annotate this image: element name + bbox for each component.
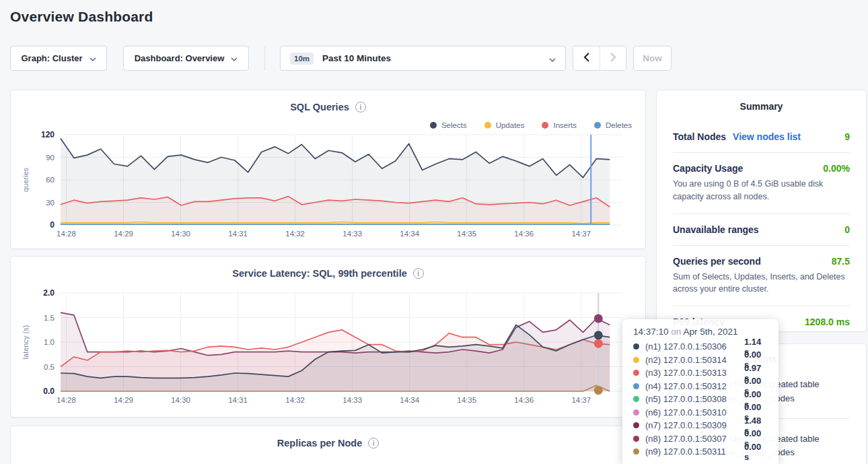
summary-title: Summary <box>657 101 866 112</box>
node-address: (n1) 127.0.0.1:50306 <box>645 341 744 352</box>
summary-row-queries-per-second: Queries per second 87.5 <box>673 256 850 267</box>
svg-text:14:35: 14:35 <box>457 230 476 238</box>
divider <box>673 213 850 214</box>
service-latency-chart[interactable]: 0.00.51.01.52.014:2814:2914:3014:3114:32… <box>17 286 640 409</box>
node-address: (n9) 127.0.0.1:50311 <box>645 446 744 457</box>
tooltip-on: on <box>671 327 681 337</box>
svg-text:14:32: 14:32 <box>285 230 305 238</box>
chevron-right-icon <box>610 53 616 64</box>
chart-hover-tooltip: 14:37:10 on Apr 5th, 2021 (n1) 127.0.0.1… <box>622 319 779 464</box>
node-address: (n2) 127.0.0.1:50314 <box>645 355 744 365</box>
svg-text:14:34: 14:34 <box>400 396 419 404</box>
view-nodes-list-link[interactable]: View nodes list <box>733 131 801 142</box>
service-latency-card: Service Latency: SQL, 99th percentile i … <box>10 256 646 418</box>
prev-range-button[interactable] <box>573 46 600 70</box>
svg-text:14:29: 14:29 <box>114 230 133 238</box>
svg-text:14:37: 14:37 <box>571 230 591 238</box>
summary-label: Queries per second <box>673 256 761 267</box>
series-dot <box>633 436 639 442</box>
series-dot <box>633 343 639 350</box>
dashboard-dropdown[interactable]: Dashboard: Overview <box>123 46 249 71</box>
divider <box>673 245 850 246</box>
summary-value: 0 <box>844 224 850 235</box>
graph-dropdown[interactable]: Graph: Cluster <box>10 46 107 71</box>
svg-text:1.0: 1.0 <box>44 338 55 346</box>
svg-text:14:31: 14:31 <box>228 396 248 404</box>
summary-value: 1208.0 ms <box>805 317 850 327</box>
svg-text:60: 60 <box>46 176 55 184</box>
svg-text:14:36: 14:36 <box>514 230 534 238</box>
svg-text:14:30: 14:30 <box>171 230 190 238</box>
node-latency-value: 0.00 s <box>744 442 768 462</box>
summary-value: 87.5 <box>832 256 850 267</box>
svg-text:14:33: 14:33 <box>342 396 362 404</box>
node-address: (n3) 127.0.0.1:50313 <box>645 368 744 378</box>
node-address: (n5) 127.0.0.1:50308 <box>645 394 744 404</box>
chevron-left-icon <box>583 53 589 64</box>
graph-dropdown-label: Graph: Cluster <box>21 53 82 63</box>
info-icon[interactable]: i <box>355 102 366 112</box>
tooltip-date: Apr 5th, 2021 <box>683 327 737 337</box>
svg-text:14:29: 14:29 <box>114 396 133 404</box>
svg-text:14:34: 14:34 <box>400 230 419 238</box>
svg-text:14:31: 14:31 <box>228 230 248 238</box>
summary-row-total-nodes: Total Nodes View nodes list 9 <box>673 131 850 142</box>
summary-row-unavailable-ranges: Unavailable ranges 0 <box>673 224 850 235</box>
svg-text:14:30: 14:30 <box>171 396 190 404</box>
summary-value: 9 <box>844 131 850 142</box>
sql-queries-title: SQL Queries i <box>11 102 645 112</box>
replicas-per-node-title: Replicas per Node i <box>11 438 645 449</box>
now-button[interactable]: Now <box>633 46 672 71</box>
chevron-down-icon <box>231 53 238 63</box>
node-address: (n8) 127.0.0.1:50307 <box>645 434 744 444</box>
node-address: (n4) 127.0.0.1:50312 <box>645 381 744 391</box>
info-icon[interactable]: i <box>413 268 424 279</box>
svg-text:0.5: 0.5 <box>44 363 55 371</box>
svg-text:14:28: 14:28 <box>57 230 76 238</box>
series-dot <box>633 409 639 416</box>
time-range-dropdown[interactable]: 10m Past 10 Minutes <box>280 46 566 71</box>
sql-queries-chart[interactable]: 030609012014:2814:2914:3014:3114:3214:33… <box>17 128 640 242</box>
tooltip-time: 14:37:10 <box>633 327 669 337</box>
time-range-badge: 10m <box>290 53 314 65</box>
page-title: Overview Dashboard <box>10 9 153 25</box>
series-dot <box>633 370 639 376</box>
svg-text:14:33: 14:33 <box>342 230 362 238</box>
next-range-button[interactable] <box>600 46 626 70</box>
chart-title-text: Replicas per Node <box>277 438 363 449</box>
info-icon[interactable]: i <box>368 438 379 449</box>
svg-text:120: 120 <box>41 130 55 139</box>
toolbar-divider <box>264 46 265 71</box>
chevron-down-icon <box>89 53 96 63</box>
series-dot <box>633 383 639 389</box>
summary-description: You are using 0 B of 4.5 GiB usable disk… <box>673 178 850 203</box>
divider <box>673 306 850 306</box>
svg-text:queries: queries <box>22 167 30 192</box>
time-nav-group <box>573 46 626 71</box>
summary-description: Sum of Selects, Updates, Inserts, and De… <box>673 271 850 296</box>
tooltip-timestamp: 14:37:10 on Apr 5th, 2021 <box>633 327 768 337</box>
series-dot <box>633 422 639 428</box>
svg-text:90: 90 <box>46 154 55 162</box>
svg-text:14:36: 14:36 <box>514 396 534 404</box>
svg-text:0: 0 <box>50 220 55 230</box>
sql-queries-card: SQL Queries i Selects Updates Inserts De… <box>10 90 646 249</box>
service-latency-title: Service Latency: SQL, 99th percentile i <box>11 268 645 279</box>
summary-label: Total Nodes <box>673 131 726 142</box>
summary-card: Summary Total Nodes View nodes list 9 Ca… <box>656 90 867 332</box>
summary-label: Capacity Usage <box>673 163 743 174</box>
svg-text:14:37: 14:37 <box>571 396 591 404</box>
tooltip-row: (n9) 127.0.0.1:503110.00 s <box>633 445 768 459</box>
series-dot <box>633 449 639 455</box>
svg-text:0.0: 0.0 <box>43 387 55 396</box>
summary-value: 0.00% <box>823 163 850 174</box>
time-range-label: Past 10 Minutes <box>322 53 391 63</box>
svg-text:latency (s): latency (s) <box>22 325 30 360</box>
series-dot <box>633 396 639 402</box>
svg-text:14:32: 14:32 <box>285 396 305 404</box>
chart-title-text: Service Latency: SQL, 99th percentile <box>232 268 407 279</box>
summary-row-capacity-usage: Capacity Usage 0.00% <box>673 163 850 174</box>
dashboard-dropdown-label: Dashboard: Overview <box>135 53 225 63</box>
node-address: (n6) 127.0.0.1:50310 <box>645 407 744 418</box>
replicas-per-node-card: Replicas per Node i <box>10 426 646 464</box>
